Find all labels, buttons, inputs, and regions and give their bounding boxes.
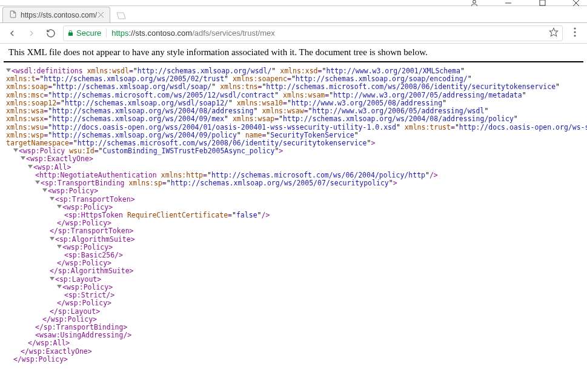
maximize-button[interactable] (534, 0, 551, 6)
xml-line: <wsp:ExactlyOne> (6, 155, 581, 163)
tab-title: https://sts.contoso.com/ (21, 11, 97, 19)
page-content[interactable]: This XML file does not appear to have an… (0, 44, 587, 392)
xml-line: </wsp:Policy> (6, 356, 581, 364)
svg-point-9 (574, 31, 575, 33)
secure-label: Secure (76, 28, 101, 38)
tab-strip: https://sts.contoso.com/ (0, 6, 587, 23)
expand-toggle-icon[interactable] (50, 237, 55, 241)
expand-toggle-icon[interactable] (28, 165, 33, 168)
svg-marker-7 (549, 28, 557, 36)
url-host: ://sts.contoso.com (128, 28, 192, 38)
menu-button[interactable] (568, 27, 582, 39)
expand-toggle-icon[interactable] (57, 245, 62, 248)
svg-point-0 (473, 0, 476, 3)
reload-button[interactable] (44, 26, 58, 41)
browser-tab[interactable]: https://sts.contoso.com/ (2, 7, 110, 22)
svg-point-8 (574, 27, 575, 29)
lock-icon (67, 29, 74, 37)
xml-line: <wsaw:UsingAddressing/> (6, 331, 581, 339)
window-titlebar (0, 0, 587, 6)
expand-toggle-icon[interactable] (57, 205, 62, 208)
address-bar[interactable]: Secure https ://sts.contoso.com /adfs/se… (63, 25, 563, 41)
expand-toggle-icon[interactable] (35, 181, 40, 184)
svg-rect-2 (540, 0, 545, 5)
expand-toggle-icon[interactable] (6, 68, 11, 72)
forward-button[interactable] (24, 26, 39, 41)
expand-toggle-icon[interactable] (50, 197, 55, 201)
expand-toggle-icon[interactable] (42, 188, 47, 192)
bookmark-star-icon[interactable] (549, 27, 559, 39)
xml-tree: <wsdl:definitions xmlns:wsdl="http://sch… (0, 67, 587, 376)
expand-toggle-icon[interactable] (13, 148, 18, 152)
expand-toggle-icon[interactable] (57, 285, 62, 288)
new-tab-button[interactable] (114, 9, 127, 22)
secure-badge[interactable]: Secure (67, 28, 107, 38)
back-button[interactable] (5, 26, 19, 41)
user-account-icon[interactable] (466, 0, 483, 6)
svg-point-10 (574, 35, 575, 36)
url-path: /adfs/services/trust/mex (192, 28, 275, 38)
close-tab-icon[interactable] (97, 10, 105, 21)
expand-toggle-icon[interactable] (50, 277, 55, 281)
page-icon (9, 10, 17, 20)
xml-line: </wsp:All> (6, 339, 581, 347)
xml-line: </wsp:ExactlyOne> (6, 348, 581, 356)
close-window-button[interactable] (568, 0, 585, 6)
xml-notice-banner: This XML file does not appear to have an… (4, 44, 583, 62)
url-scheme: https (111, 28, 128, 38)
expand-toggle-icon[interactable] (21, 156, 25, 160)
navigation-toolbar: Secure https ://sts.contoso.com /adfs/se… (0, 23, 587, 44)
minimize-button[interactable] (500, 0, 517, 6)
